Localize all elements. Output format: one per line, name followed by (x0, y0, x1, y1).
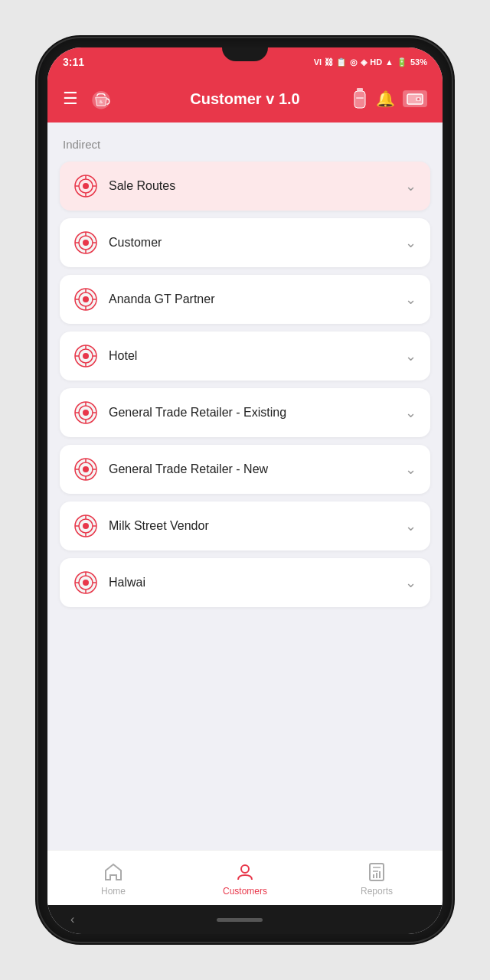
svg-point-17 (83, 240, 89, 246)
phone-frame: 3:11 VI ⛓ 📋 ◎ ◈ HD ▲ 🔋 53% ☰ (38, 38, 452, 942)
menu-item-7[interactable]: Milk Street Vendor ⌄ (60, 501, 430, 550)
sim-icon: 📋 (336, 57, 347, 67)
gesture-bar: ‹ (47, 905, 443, 934)
menu-item-1[interactable]: Sale Routes ⌄ (60, 162, 430, 211)
nav-item-customers[interactable]: Customers (179, 861, 311, 897)
hamburger-icon[interactable]: ☰ (63, 89, 78, 109)
menu-item-left: Ananda GT Partner (74, 287, 214, 312)
menu-label-2: Customer (109, 236, 162, 250)
reports-icon (366, 861, 387, 883)
chevron-icon-2: ⌄ (405, 234, 416, 251)
bottom-nav: Home Customers Reports (47, 850, 443, 905)
chevron-icon-6: ⌄ (405, 461, 416, 478)
menu-label-5: General Trade Retailer - Existing (109, 406, 286, 420)
back-gesture[interactable]: ‹ (70, 913, 74, 926)
svg-point-45 (83, 466, 89, 472)
menu-item-left: Sale Routes (74, 174, 175, 198)
menu-item-left: Halwai (74, 570, 145, 595)
menu-label-4: Hotel (109, 349, 137, 363)
wifi-icon: ◈ (361, 57, 367, 67)
nav-label-reports: Reports (361, 886, 393, 897)
item-icon-8 (74, 570, 98, 595)
svg-point-10 (83, 183, 89, 189)
chevron-icon-7: ⌄ (405, 518, 416, 534)
carrier-icon: VI (314, 57, 322, 67)
battery-icon: 🔋 (397, 57, 407, 67)
notch (222, 47, 268, 61)
menu-label-6: General Trade Retailer - New (109, 462, 268, 476)
menu-item-left: General Trade Retailer - Existing (74, 400, 286, 425)
nav-label-home: Home (101, 886, 126, 897)
menu-item-3[interactable]: Ananda GT Partner ⌄ (60, 275, 430, 324)
customers-icon (234, 861, 256, 883)
menu-item-left: Milk Street Vendor (74, 514, 209, 538)
header-left: ☰ ♨ (63, 85, 115, 113)
svg-point-24 (83, 296, 89, 302)
home-pill[interactable] (217, 918, 263, 922)
svg-rect-68 (373, 874, 374, 878)
chevron-icon-1: ⌄ (405, 178, 416, 194)
item-icon-1 (74, 174, 98, 198)
content: Indirect Sale Routes ⌄ (47, 122, 443, 850)
svg-point-7 (417, 98, 420, 100)
item-icon-5 (74, 400, 98, 425)
menu-item-4[interactable]: Hotel ⌄ (60, 332, 430, 381)
menu-item-left: General Trade Retailer - New (74, 457, 268, 482)
svg-point-38 (83, 410, 89, 416)
menu-label-8: Halwai (109, 576, 145, 590)
item-icon-6 (74, 457, 98, 482)
chevron-icon-8: ⌄ (405, 574, 416, 591)
app-title: Customer v 1.0 (190, 90, 299, 108)
app-header: ☰ ♨ Customer v 1.0 (47, 75, 443, 122)
section-label: Indirect (60, 138, 430, 151)
wallet-icon[interactable] (403, 90, 427, 107)
menu-item-8[interactable]: Halwai ⌄ (60, 558, 430, 607)
svg-text:♨: ♨ (99, 99, 103, 104)
svg-rect-2 (357, 88, 363, 91)
bottle-icon (351, 87, 368, 111)
chevron-icon-5: ⌄ (405, 404, 416, 421)
svg-point-59 (83, 580, 89, 586)
chain-icon: ⛓ (325, 57, 333, 67)
chevron-icon-3: ⌄ (405, 291, 416, 308)
status-time: 3:11 (63, 56, 84, 68)
menu-label-1: Sale Routes (109, 179, 175, 193)
menu-label-3: Ananda GT Partner (109, 292, 214, 306)
item-icon-7 (74, 514, 98, 538)
svg-rect-3 (354, 91, 365, 108)
screen: 3:11 VI ⛓ 📋 ◎ ◈ HD ▲ 🔋 53% ☰ (47, 47, 443, 934)
svg-rect-70 (379, 871, 381, 878)
menu-item-left: Customer (74, 230, 162, 255)
svg-point-52 (83, 523, 89, 529)
battery-percent: 53% (410, 57, 427, 67)
header-right: 🔔 (351, 87, 427, 111)
coffee-icon: ♨ (87, 85, 115, 113)
menu-list: Sale Routes ⌄ Customer ⌄ (60, 162, 430, 607)
menu-item-left: Hotel (74, 344, 137, 368)
item-icon-2 (74, 230, 98, 255)
nav-item-reports[interactable]: Reports (311, 861, 443, 897)
svg-rect-4 (356, 97, 364, 99)
status-icons: VI ⛓ 📋 ◎ ◈ HD ▲ 🔋 53% (314, 57, 427, 67)
menu-item-2[interactable]: Customer ⌄ (60, 218, 430, 267)
home-icon (103, 861, 124, 883)
nav-item-home[interactable]: Home (47, 861, 179, 897)
chevron-icon-4: ⌄ (405, 348, 416, 364)
item-icon-3 (74, 287, 98, 312)
signal-icon: ▲ (385, 57, 394, 67)
nav-label-customers: Customers (223, 886, 267, 897)
svg-rect-69 (376, 873, 377, 878)
menu-label-7: Milk Street Vendor (109, 519, 209, 533)
menu-item-5[interactable]: General Trade Retailer - Existing ⌄ (60, 388, 430, 437)
item-icon-4 (74, 344, 98, 368)
svg-point-64 (241, 865, 249, 873)
hd-icon: HD (370, 57, 382, 67)
bell-icon[interactable]: 🔔 (376, 90, 395, 108)
svg-point-31 (83, 353, 89, 359)
vpn-icon: ◎ (350, 57, 358, 67)
menu-item-6[interactable]: General Trade Retailer - New ⌄ (60, 445, 430, 494)
